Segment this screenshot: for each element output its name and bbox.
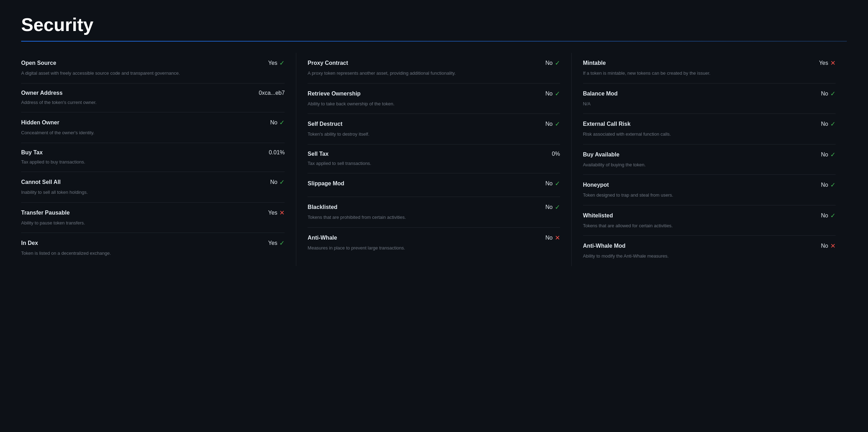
security-item-transfer-pausable: Transfer PausableYes✕Ability to pause to…	[21, 203, 285, 233]
item-header-anti-whale-mod: Anti-Whale ModNo✕	[583, 242, 836, 250]
item-value-blacklisted: No✓	[545, 203, 560, 211]
security-item-honeypot: HoneypotNo✓Token designed to trap and st…	[583, 175, 836, 205]
item-value-text-hidden-owner: No	[270, 119, 277, 126]
item-value-text-anti-whale-mod: No	[821, 243, 828, 249]
item-label-cannot-sell-all: Cannot Sell All	[21, 179, 61, 185]
item-value-text-buy-tax: 0.01%	[269, 149, 285, 156]
security-item-cannot-sell-all: Cannot Sell AllNo✓Inability to sell all …	[21, 172, 285, 203]
column-1: Open SourceYes✓A digital asset with free…	[21, 53, 296, 266]
security-item-anti-whale-mod: Anti-Whale ModNo✕Ability to modify the A…	[583, 236, 836, 266]
security-item-owner-address: Owner Address0xca...eb7Address of the to…	[21, 84, 285, 113]
item-value-text-mintable: Yes	[819, 60, 828, 66]
item-desc-proxy-contract: A proxy token represents another asset, …	[308, 70, 560, 77]
item-header-retrieve-ownership: Retrieve OwnershipNo✓	[308, 90, 560, 98]
check-icon-cannot-sell-all: ✓	[279, 178, 285, 186]
item-desc-buy-tax: Tax applied to buy transactions.	[21, 159, 285, 166]
item-header-proxy-contract: Proxy ContractNo✓	[308, 59, 560, 67]
page-title: Security	[21, 14, 847, 35]
item-value-balance-mod: No✓	[821, 90, 836, 98]
check-icon-slippage-mod: ✓	[555, 180, 560, 187]
item-value-proxy-contract: No✓	[545, 59, 560, 67]
item-label-whitelisted: Whitelisted	[583, 212, 613, 219]
item-desc-mintable: If a token is mintable, new tokens can b…	[583, 70, 836, 77]
item-desc-hidden-owner: Concealment of the owner's identity.	[21, 129, 285, 136]
item-label-open-source: Open Source	[21, 60, 56, 66]
item-value-text-buy-available: No	[821, 152, 828, 158]
security-grid: Open SourceYes✓A digital asset with free…	[21, 53, 847, 266]
item-value-text-owner-address: 0xca...eb7	[259, 90, 285, 96]
security-item-anti-whale: Anti-WhaleNo✕Measures in place to preven…	[308, 228, 560, 258]
item-value-slippage-mod: No✓	[545, 180, 560, 187]
item-header-open-source: Open SourceYes✓	[21, 59, 285, 67]
check-icon-proxy-contract: ✓	[555, 59, 560, 67]
security-item-mintable: MintableYes✕If a token is mintable, new …	[583, 53, 836, 84]
item-value-buy-tax: 0.01%	[269, 149, 285, 156]
item-desc-whitelisted: Tokens that are allowed for certain acti…	[583, 222, 836, 229]
item-label-slippage-mod: Slippage Mod	[308, 180, 344, 187]
check-icon-retrieve-ownership: ✓	[555, 90, 560, 98]
item-desc-retrieve-ownership: Ability to take back ownership of the to…	[308, 100, 560, 107]
check-icon-self-destruct: ✓	[555, 120, 560, 128]
item-desc-honeypot: Token designed to trap and steal from us…	[583, 192, 836, 199]
security-item-hidden-owner: Hidden OwnerNo✓Concealment of the owner'…	[21, 112, 285, 143]
item-value-anti-whale: No✕	[545, 234, 560, 242]
item-value-text-anti-whale: No	[545, 235, 552, 241]
item-header-buy-available: Buy AvailableNo✓	[583, 151, 836, 159]
security-item-open-source: Open SourceYes✓A digital asset with free…	[21, 53, 285, 84]
security-item-external-call-risk: External Call RiskNo✓Risk associated wit…	[583, 114, 836, 144]
item-label-sell-tax: Sell Tax	[308, 151, 328, 157]
item-label-mintable: Mintable	[583, 60, 606, 66]
item-desc-open-source: A digital asset with freely accessible s…	[21, 70, 285, 77]
security-item-buy-tax: Buy Tax0.01%Tax applied to buy transacti…	[21, 143, 285, 172]
item-header-blacklisted: BlacklistedNo✓	[308, 203, 560, 211]
item-desc-buy-available: Availability of buying the token.	[583, 161, 836, 168]
item-label-honeypot: Honeypot	[583, 182, 609, 188]
item-header-in-dex: In DexYes✓	[21, 239, 285, 247]
item-label-anti-whale: Anti-Whale	[308, 235, 337, 241]
x-icon-mintable: ✕	[830, 59, 836, 67]
item-label-proxy-contract: Proxy Contract	[308, 60, 348, 66]
item-value-retrieve-ownership: No✓	[545, 90, 560, 98]
item-value-text-self-destruct: No	[545, 121, 552, 127]
item-desc-balance-mod: N/A	[583, 100, 836, 107]
item-value-self-destruct: No✓	[545, 120, 560, 128]
item-value-text-open-source: Yes	[268, 60, 277, 66]
item-value-text-transfer-pausable: Yes	[268, 210, 277, 216]
item-value-text-retrieve-ownership: No	[545, 91, 552, 97]
item-value-text-proxy-contract: No	[545, 60, 552, 66]
check-icon-in-dex: ✓	[279, 239, 285, 247]
item-header-honeypot: HoneypotNo✓	[583, 181, 836, 189]
item-label-balance-mod: Balance Mod	[583, 91, 618, 97]
security-item-slippage-mod: Slippage ModNo✓	[308, 173, 560, 197]
item-header-transfer-pausable: Transfer PausableYes✕	[21, 209, 285, 217]
item-value-open-source: Yes✓	[268, 59, 285, 67]
check-icon-buy-available: ✓	[830, 151, 836, 159]
column-3: MintableYes✕If a token is mintable, new …	[572, 53, 847, 266]
item-header-owner-address: Owner Address0xca...eb7	[21, 90, 285, 96]
security-item-proxy-contract: Proxy ContractNo✓A proxy token represent…	[308, 53, 560, 84]
item-label-transfer-pausable: Transfer Pausable	[21, 210, 70, 216]
item-header-buy-tax: Buy Tax0.01%	[21, 149, 285, 156]
security-item-balance-mod: Balance ModNo✓N/A	[583, 84, 836, 114]
x-icon-anti-whale: ✕	[555, 234, 560, 242]
x-icon-anti-whale-mod: ✕	[830, 242, 836, 250]
item-value-cannot-sell-all: No✓	[270, 178, 285, 186]
check-icon-external-call-risk: ✓	[830, 120, 836, 128]
item-value-text-slippage-mod: No	[545, 180, 552, 187]
item-header-whitelisted: WhitelistedNo✓	[583, 212, 836, 220]
security-item-blacklisted: BlacklistedNo✓Tokens that are prohibited…	[308, 197, 560, 228]
item-desc-self-destruct: Token's ability to destroy itself.	[308, 131, 560, 138]
item-value-transfer-pausable: Yes✕	[268, 209, 285, 217]
item-label-owner-address: Owner Address	[21, 90, 63, 96]
section-divider	[21, 41, 847, 42]
item-label-blacklisted: Blacklisted	[308, 204, 337, 210]
item-value-text-in-dex: Yes	[268, 240, 277, 246]
item-label-external-call-risk: External Call Risk	[583, 121, 631, 127]
x-icon-transfer-pausable: ✕	[279, 209, 285, 217]
item-header-anti-whale: Anti-WhaleNo✕	[308, 234, 560, 242]
item-label-retrieve-ownership: Retrieve Ownership	[308, 91, 360, 97]
item-value-hidden-owner: No✓	[270, 119, 285, 126]
check-icon-hidden-owner: ✓	[279, 119, 285, 126]
item-header-self-destruct: Self DestructNo✓	[308, 120, 560, 128]
item-value-owner-address: 0xca...eb7	[259, 90, 285, 96]
